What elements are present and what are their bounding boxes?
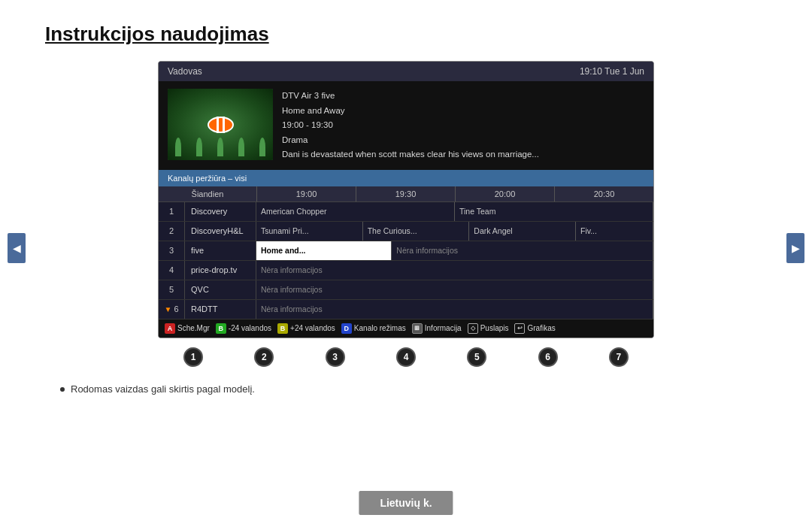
btn-badge-d: D	[341, 323, 352, 334]
num-circle-3: 3	[326, 347, 345, 367]
toolbar-btn-plus24[interactable]: B +24 valandos	[277, 323, 335, 334]
channel-name-6: R4DTT	[185, 300, 256, 319]
num-circle-2: 2	[254, 347, 274, 367]
channel-num-3: 3	[159, 241, 185, 260]
toolbar-plus24-label: +24 valandos	[290, 324, 335, 332]
toolbar-btn-kanalo[interactable]: D Kanalo režimas	[341, 323, 406, 334]
channel-programs-1: American Chopper Tine Team	[256, 202, 653, 221]
num-circle-4: 4	[396, 347, 416, 367]
toolbar-btn-info[interactable]: ⊞ Informacija	[412, 323, 462, 334]
tv-thumbnail	[168, 89, 273, 160]
btn-badge-a: A	[165, 323, 175, 334]
preview-description: Dani is devastated when scott makes clea…	[282, 147, 539, 162]
tv-preview: DTV Air 3 five Home and Away 19:00 - 19:…	[159, 81, 653, 170]
toolbar-puslapis-label: Puslapis	[480, 324, 509, 332]
btn-badge-puslapis: ◇	[468, 323, 478, 334]
channel-row-6[interactable]: ▼6 R4DTT Nėra informacijos	[159, 300, 653, 320]
program-fiv[interactable]: Fiv...	[576, 222, 653, 241]
program-curious[interactable]: The Curious...	[363, 222, 470, 241]
time-19-00: 19:00	[256, 186, 356, 201]
btn-badge-b: B	[216, 323, 226, 334]
down-arrow-icon: ▼	[164, 305, 171, 313]
num-circle-6: 6	[538, 347, 558, 367]
toolbar-btn-sche[interactable]: A Sche.Mgr	[165, 323, 210, 334]
channel-name-2: DiscoveryH&L	[185, 222, 256, 241]
program-no-info-5: Nėra informacijos	[256, 280, 653, 299]
channel-num-1: 1	[159, 202, 185, 221]
channel-programs-2: Tsunami Pri... The Curious... Dark Angel…	[256, 222, 653, 241]
toolbar-grafikas-label: Grafikas	[527, 324, 555, 332]
channels-header: Kanalų peržiūra – visi	[159, 170, 653, 186]
left-arrow[interactable]: ◀	[8, 233, 26, 263]
language-button-container: Lietuvių k.	[359, 491, 453, 515]
anemone-decoration	[168, 138, 273, 156]
channel-num-5: 5	[159, 280, 185, 299]
tv-header: Vadovas 19:10 Tue 1 Jun	[159, 62, 653, 81]
num-circle-7: 7	[609, 347, 629, 367]
bullet-dot	[60, 387, 65, 392]
tv-guide-box: Vadovas 19:10 Tue 1 Jun DTV Air 3	[158, 61, 654, 338]
program-no-info-4: Nėra informacijos	[256, 261, 653, 280]
channel-row-4[interactable]: 4 price-drop.tv Nėra informacijos	[159, 261, 653, 280]
toolbar-btn-minus24[interactable]: B -24 valandos	[216, 323, 271, 334]
preview-show: Home and Away	[282, 104, 539, 119]
btn-badge-info: ⊞	[412, 323, 423, 334]
channel-programs-4: Nėra informacijos	[256, 261, 653, 280]
tv-toolbar: A Sche.Mgr B -24 valandos B +24 valandos…	[159, 320, 653, 338]
toolbar-btn-puslapis[interactable]: ◇ Puslapis	[468, 323, 509, 334]
toolbar-minus24-label: -24 valandos	[229, 324, 271, 332]
timeline-label: Šiandien	[159, 186, 256, 201]
btn-badge-grafikas: ↩	[514, 323, 525, 334]
language-button[interactable]: Lietuvių k.	[359, 491, 453, 515]
channel-programs-5: Nėra informacijos	[256, 280, 653, 299]
time-19-30: 19:30	[356, 186, 455, 201]
program-tsunami[interactable]: Tsunami Pri...	[256, 222, 363, 241]
time-20-00: 20:00	[455, 186, 554, 201]
channel-num-2: 2	[159, 222, 185, 241]
channel-name-5: QVC	[185, 280, 256, 299]
tv-header-left: Vadovas	[168, 66, 202, 77]
program-tine-team[interactable]: Tine Team	[455, 202, 653, 221]
tv-header-right: 19:10 Tue 1 Jun	[580, 66, 644, 77]
timeline-row: Šiandien 19:00 19:30 20:00 20:30	[159, 186, 653, 202]
btn-badge-b2: B	[277, 323, 288, 334]
toolbar-btn-grafikas[interactable]: ↩ Grafikas	[514, 323, 555, 334]
program-no-info-6: Nėra informacijos	[256, 300, 653, 319]
preview-time: 19:00 - 19:30	[282, 118, 539, 133]
program-home-away[interactable]: Home and...	[256, 241, 392, 260]
toolbar-kanalo-label: Kanalo režimas	[354, 324, 406, 332]
page-title: Instrukcijos naudojimas	[45, 23, 767, 46]
preview-genre: Drama	[282, 133, 539, 148]
time-20-30: 20:30	[554, 186, 653, 201]
channel-num-4: 4	[159, 261, 185, 280]
num-circles: 1 2 3 4 5 6 7	[158, 338, 654, 371]
channel-programs-6: Nėra informacijos	[256, 300, 653, 319]
timeline-times: 19:00 19:30 20:00 20:30	[256, 186, 653, 201]
num-circle-5: 5	[467, 347, 486, 367]
num-circle-1: 1	[183, 347, 203, 367]
channel-num-6: ▼6	[159, 300, 185, 319]
program-no-info-3: Nėra informacijos	[392, 241, 653, 260]
toolbar-sche-label: Sche.Mgr	[177, 324, 210, 332]
channel-name-1: Discovery	[185, 202, 256, 221]
fish-icon	[208, 117, 234, 133]
tv-preview-info: DTV Air 3 five Home and Away 19:00 - 19:…	[282, 89, 539, 162]
right-arrow[interactable]: ▶	[786, 233, 804, 263]
channel-row-5[interactable]: 5 QVC Nėra informacijos	[159, 280, 653, 300]
bullet-note: Rodomas vaizdas gali skirtis pagal model…	[45, 383, 767, 395]
note-text: Rodomas vaizdas gali skirtis pagal model…	[71, 383, 255, 395]
program-american-chopper[interactable]: American Chopper	[256, 202, 455, 221]
channel-name-3: five	[185, 241, 256, 260]
channel-row-1[interactable]: 1 Discovery American Chopper Tine Team	[159, 202, 653, 222]
channel-row-3[interactable]: 3 five Home and... Nėra informacijos	[159, 241, 653, 261]
channel-name-4: price-drop.tv	[185, 261, 256, 280]
preview-channel: DTV Air 3 five	[282, 89, 539, 104]
program-dark-angel[interactable]: Dark Angel	[469, 222, 576, 241]
channel-row-2[interactable]: 2 DiscoveryH&L Tsunami Pri... The Curiou…	[159, 222, 653, 241]
toolbar-info-label: Informacija	[425, 324, 462, 332]
channel-programs-3: Home and... Nėra informacijos	[256, 241, 653, 260]
